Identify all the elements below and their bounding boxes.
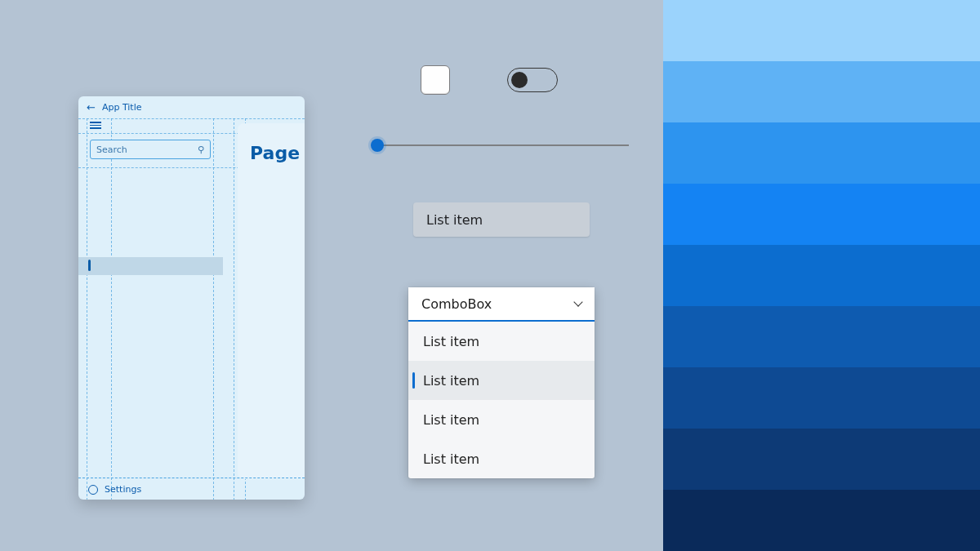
controls-column: List item ComboBox List item List item L… xyxy=(351,65,621,478)
back-arrow-icon[interactable]: ← xyxy=(87,101,96,113)
app-titlebar: ← App Title xyxy=(78,96,305,118)
search-input[interactable]: Search ⚲ xyxy=(90,140,211,159)
toggle-thumb xyxy=(511,72,528,88)
list-item-pill[interactable]: List item xyxy=(413,202,590,237)
combobox-item[interactable]: List item xyxy=(408,400,595,439)
swatch-3 xyxy=(663,122,980,184)
checkbox[interactable] xyxy=(421,65,450,95)
page-title: Page T xyxy=(250,143,305,163)
hamburger-icon[interactable] xyxy=(90,122,101,129)
guide-line xyxy=(234,118,234,500)
chevron-down-icon xyxy=(573,299,583,309)
swatch-6 xyxy=(663,306,980,367)
app-wireframe-panel: ← App Title Search ⚲ Page T Settings xyxy=(78,96,305,500)
settings-label: Settings xyxy=(105,484,141,495)
swatch-8 xyxy=(663,429,980,490)
swatch-2 xyxy=(663,61,980,122)
swatch-1 xyxy=(663,0,980,61)
search-icon: ⚲ xyxy=(198,144,204,155)
swatch-4 xyxy=(663,184,980,245)
list-item-label: List item xyxy=(426,212,483,228)
toggle-switch[interactable] xyxy=(507,68,558,92)
search-placeholder: Search xyxy=(96,144,127,155)
app-body: Search ⚲ Page T Settings xyxy=(78,118,305,500)
slider[interactable] xyxy=(351,137,621,153)
content-card xyxy=(238,123,305,479)
combobox-header[interactable]: ComboBox xyxy=(408,287,595,322)
slider-track xyxy=(376,144,629,146)
guide-line xyxy=(78,118,305,119)
combobox-item-label: List item xyxy=(423,451,479,467)
settings-item[interactable]: Settings xyxy=(78,478,305,500)
nav-selection-indicator xyxy=(88,260,91,271)
slider-thumb[interactable] xyxy=(371,139,384,152)
guide-line xyxy=(87,118,87,500)
combobox-item-label: List item xyxy=(423,373,479,389)
nav-item-selected[interactable] xyxy=(78,257,223,275)
app-title: App Title xyxy=(102,102,142,113)
combobox-item-label: List item xyxy=(423,334,479,349)
swatch-7 xyxy=(663,367,980,429)
combobox-item[interactable]: List item xyxy=(408,361,595,400)
gear-icon xyxy=(88,485,98,495)
guide-line xyxy=(111,118,112,500)
swatch-9 xyxy=(663,490,980,551)
combobox-item[interactable]: List item xyxy=(408,322,595,361)
swatch-5 xyxy=(663,245,980,306)
combobox[interactable]: ComboBox List item List item List item L… xyxy=(408,287,595,478)
guide-line xyxy=(213,118,214,500)
color-swatch-column xyxy=(663,0,980,551)
combobox-item-label: List item xyxy=(423,412,479,428)
combobox-item[interactable]: List item xyxy=(408,439,595,478)
combobox-label: ComboBox xyxy=(421,296,492,312)
